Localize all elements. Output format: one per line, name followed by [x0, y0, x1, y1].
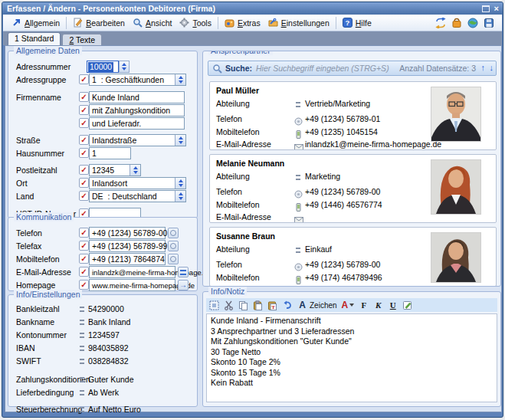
font-button[interactable]: A: [297, 300, 307, 310]
dial-button[interactable]: [168, 241, 179, 251]
prev-record-arrow-icon[interactable]: ↑: [481, 63, 486, 72]
paste-icon[interactable]: [253, 300, 263, 310]
dropdown-button[interactable]: [130, 165, 140, 176]
font-button-label[interactable]: Zeichen: [310, 301, 337, 310]
firmenname3-input[interactable]: und Lieferadr.: [89, 117, 185, 130]
cut-icon[interactable]: [224, 300, 234, 310]
adressnummer-input[interactable]: 10000: [87, 61, 119, 73]
contact-card-susanne-braun[interactable]: Susanne Braun AbteilungEinkauf Telefon +…: [209, 227, 497, 287]
ort-checkbox[interactable]: ✓: [79, 178, 89, 188]
save-icon[interactable]: [484, 18, 494, 28]
tab-standard[interactable]: 1 Standard: [8, 32, 61, 45]
italic-button[interactable]: K: [373, 300, 383, 310]
app-window: Erfassen / Ändern - Personenkonten Debit…: [2, 2, 503, 418]
ort-select[interactable]: Inlandsort: [89, 177, 186, 189]
field-label: Postleitzahl: [16, 166, 57, 175]
contact-card-melanie-neumann[interactable]: Melanie Neumann AbteilungMarketing Telef…: [209, 154, 497, 223]
menu-item-einstellungen[interactable]: Einstellungen: [264, 16, 333, 29]
globe-icon[interactable]: [467, 18, 478, 28]
edit-note-icon[interactable]: [402, 300, 412, 310]
email-menu-button[interactable]: [178, 267, 189, 277]
check-icon: ✓: [80, 254, 88, 263]
check-icon: ✓: [80, 149, 88, 157]
adressnummer-spinner[interactable]: [119, 61, 130, 73]
search-label: Suche:: [225, 64, 252, 73]
homepage-checkbox[interactable]: ✓: [79, 280, 89, 290]
hausnummer-input[interactable]: 1: [89, 147, 131, 159]
mobiltelefon-input[interactable]: +49 (1213) 7864874: [89, 253, 166, 265]
sync-icon[interactable]: [435, 18, 446, 28]
menu-item-extras[interactable]: Extras: [221, 16, 264, 29]
search-placeholder: Hier Suchbegriff eingeben (STRG+S): [256, 64, 389, 73]
note-toolbar: T A Zeichen A F K U: [206, 298, 497, 312]
field-label: Adressgruppe: [16, 75, 66, 84]
dropdown-button[interactable]: [175, 178, 185, 189]
undo-icon[interactable]: [282, 300, 293, 310]
strasse-checkbox[interactable]: ✓: [79, 135, 89, 145]
adressgruppe-select[interactable]: 1 : Geschäftkunden: [89, 74, 186, 86]
contact-card-paul-mueller[interactable]: Paul Müller AbteilungVertrieb/Marketing …: [209, 81, 497, 150]
menu-item-tools[interactable]: Tools: [175, 16, 215, 29]
basket-icon[interactable]: [451, 18, 462, 28]
underline-button[interactable]: U: [388, 300, 398, 310]
select-all-icon[interactable]: [209, 300, 219, 310]
mobiltelefon-checkbox[interactable]: ✓: [79, 254, 89, 264]
copy-icon[interactable]: [238, 300, 248, 310]
close-button[interactable]: ×: [494, 4, 499, 13]
firmenname2-input[interactable]: mit Zahlungskondition: [89, 104, 185, 116]
firmenname3-checkbox[interactable]: ✓: [79, 118, 89, 128]
land-checkbox[interactable]: ✓: [79, 191, 89, 201]
telefax-checkbox[interactable]: ✓: [79, 241, 89, 251]
menu-item-hilfe[interactable]: ? Hilfe: [339, 16, 375, 29]
help-icon: ?: [343, 18, 353, 28]
firmenname1-input[interactable]: Kunde Inland: [89, 91, 185, 103]
field-info-icon: [80, 320, 84, 325]
field-label: Mobiltelefon: [16, 254, 60, 264]
dial-button[interactable]: [168, 254, 179, 264]
firmenname1-checkbox[interactable]: ✓: [79, 92, 89, 102]
restore-icon[interactable]: [482, 5, 490, 12]
field-row-postleitzahl: Postleitzahl ✓ 12345: [8, 164, 197, 176]
hausnummer-checkbox[interactable]: ✓: [79, 148, 89, 158]
email-input[interactable]: inlandzk@meine-firma-homepage.de: [89, 266, 175, 278]
font-color-button[interactable]: A: [342, 300, 355, 310]
telefax-input[interactable]: +49 (1234) 56789-99: [89, 240, 166, 252]
telefon-checkbox[interactable]: ✓: [79, 228, 89, 238]
dropdown-button[interactable]: [175, 135, 185, 146]
tab-texte[interactable]: 2 Texte: [62, 34, 102, 45]
adressgruppe-checkbox[interactable]: ✓: [79, 74, 89, 84]
menu-item-allgemein[interactable]: Allgemein: [8, 16, 64, 29]
check-icon: ✓: [80, 166, 88, 174]
open-homepage-button[interactable]: →: [178, 280, 189, 290]
firmenname2-checkbox[interactable]: ✓: [79, 105, 89, 115]
email-checkbox[interactable]: ✓: [79, 267, 89, 277]
postleitzahl-checkbox[interactable]: ✓: [79, 165, 89, 175]
bold-button[interactable]: F: [359, 300, 369, 310]
dropdown-button[interactable]: [175, 191, 185, 202]
note-line: Kein Rabatt: [211, 378, 493, 389]
next-record-arrow-icon[interactable]: ↓: [490, 63, 494, 72]
land-select[interactable]: DE : Deutschland: [89, 190, 186, 202]
info-row: Bankleitzahl54290000: [8, 304, 197, 315]
field-row-firmenname-1: Firmenname ✓ Kunde Inland: [8, 91, 197, 103]
panel-title: Kommunikation: [14, 212, 74, 221]
check-icon: ✓: [80, 179, 88, 187]
field-label: Land: [16, 192, 34, 201]
homepage-input[interactable]: www.meine-firma-homepage.de: [89, 279, 175, 291]
dropdown-button[interactable]: [175, 74, 185, 85]
field-row-strasse: Straße ✓ Inlandstraße: [8, 134, 197, 146]
dial-button[interactable]: [168, 228, 179, 238]
contact-search-bar[interactable]: Suche: Hier Suchbegriff eingeben (STRG+S…: [208, 61, 497, 76]
paste-text-icon[interactable]: T: [267, 300, 277, 310]
extras-box-icon: [225, 18, 234, 28]
postleitzahl-select[interactable]: 12345: [89, 164, 141, 176]
menu-separator: [218, 17, 218, 29]
menu-item-bearbeiten[interactable]: Bearbeiten: [69, 16, 129, 29]
telefon-input[interactable]: +49 (1234) 56789-00: [89, 227, 166, 239]
strasse-select[interactable]: Inlandstraße: [89, 134, 186, 146]
note-text-area[interactable]: Kunde Inland - Firmenanschrift 3 Ansprec…: [206, 313, 497, 402]
window-title: Erfassen / Ändern - Personenkonten Debit…: [7, 4, 215, 13]
check-icon: ✓: [80, 241, 88, 250]
menu-item-ansicht[interactable]: Ansicht: [129, 16, 175, 29]
field-row-telefon: Telefon ✓ +49 (1234) 56789-00: [8, 227, 197, 239]
